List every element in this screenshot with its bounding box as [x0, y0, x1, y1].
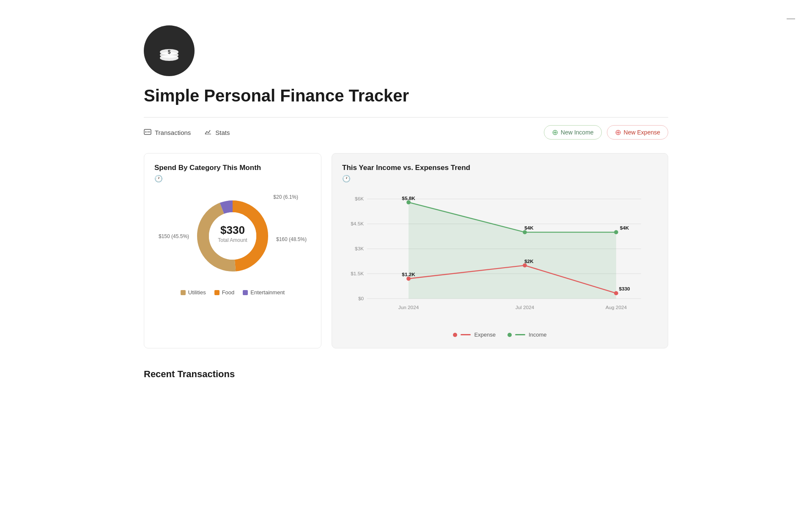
minimize-icon[interactable]: — — [787, 14, 795, 23]
donut-legend: Utilities Food Entertainment — [154, 289, 311, 296]
page-title: Simple Personal Finance Tracker — [144, 86, 668, 105]
svg-point-5 — [145, 131, 147, 132]
line-chart-container: $0 $1.5K $3K $4.5K $6K — [342, 189, 658, 326]
svg-text:$1.2K: $1.2K — [402, 271, 415, 277]
expense-legend-item: Expense — [453, 332, 496, 338]
svg-text:$330: $330 — [619, 286, 630, 292]
income-legend-item: Income — [508, 332, 547, 338]
expense-legend-circle — [453, 333, 457, 337]
new-income-plus-icon: ⊕ — [552, 129, 558, 136]
transactions-icon — [144, 128, 151, 137]
new-expense-plus-icon: ⊕ — [615, 129, 621, 136]
food-dot — [214, 290, 219, 295]
new-expense-button[interactable]: ⊕ New Expense — [607, 125, 668, 140]
entertainment-legend-label: Entertainment — [250, 289, 285, 296]
legend-food: Food — [214, 289, 235, 296]
utilities-legend-label: Utilities — [188, 289, 206, 296]
utilities-dot — [181, 290, 186, 295]
svg-point-37 — [614, 291, 618, 295]
stats-icon — [204, 128, 212, 137]
income-legend-circle — [508, 333, 512, 337]
svg-text:$6K: $6K — [355, 196, 364, 202]
svg-text:$3K: $3K — [355, 246, 364, 251]
svg-text:$4K: $4K — [620, 225, 629, 230]
svg-point-32 — [406, 200, 411, 205]
entertainment-dot — [243, 290, 248, 295]
line-chart-legend: Expense Income — [342, 332, 658, 338]
svg-text:Jul 2024: Jul 2024 — [516, 304, 535, 310]
svg-text:$0: $0 — [358, 296, 364, 301]
donut-chart-svg: $330 Total Amount — [190, 194, 275, 278]
transactions-label: Transactions — [155, 129, 191, 136]
food-label: $160 (48.5%) — [276, 236, 307, 242]
income-legend-label: Income — [529, 332, 547, 338]
toolbar: Transactions Stats ⊕ New Income ⊕ New Ex… — [144, 125, 668, 140]
svg-text:$: $ — [168, 49, 171, 55]
expense-legend-line — [461, 334, 471, 335]
toolbar-left: Transactions Stats — [144, 126, 530, 139]
toolbar-right: ⊕ New Income ⊕ New Expense — [544, 125, 668, 140]
recent-transactions-section: Recent Transactions — [144, 369, 668, 380]
food-legend-label: Food — [222, 289, 235, 296]
stats-label: Stats — [215, 129, 230, 136]
spend-chart-title: Spend By Category This Month — [154, 164, 311, 172]
svg-text:$4.5K: $4.5K — [351, 221, 364, 226]
line-chart-svg: $0 $1.5K $3K $4.5K $6K — [342, 189, 658, 325]
new-income-label: New Income — [561, 129, 594, 136]
svg-text:$2K: $2K — [524, 258, 534, 264]
clock-icon-2: 🕐 — [342, 175, 658, 183]
new-expense-label: New Expense — [624, 129, 660, 136]
svg-text:$4K: $4K — [524, 225, 534, 230]
svg-point-35 — [406, 277, 411, 281]
income-expense-card: This Year Income vs. Expenses Trend 🕐 $0… — [332, 153, 668, 348]
svg-text:Jun 2024: Jun 2024 — [398, 304, 419, 310]
stats-tab[interactable]: Stats — [204, 126, 230, 139]
spend-category-card: Spend By Category This Month 🕐 $150 (45.… — [144, 153, 321, 348]
svg-point-33 — [523, 230, 527, 234]
app-logo: $ — [144, 25, 195, 76]
svg-point-36 — [523, 263, 527, 268]
expense-legend-label: Expense — [474, 332, 496, 338]
legend-utilities: Utilities — [181, 289, 206, 296]
svg-text:$5.8K: $5.8K — [402, 195, 415, 201]
svg-text:Aug 2024: Aug 2024 — [606, 304, 627, 310]
svg-text:$330: $330 — [220, 224, 245, 236]
clock-icon: 🕐 — [154, 175, 311, 183]
charts-row: Spend By Category This Month 🕐 $150 (45.… — [144, 153, 668, 348]
divider — [144, 117, 668, 118]
entertainment-label: $20 (6.1%) — [273, 194, 298, 200]
income-expense-chart-title: This Year Income vs. Expenses Trend — [342, 164, 658, 172]
income-legend-line — [515, 334, 525, 335]
new-income-button[interactable]: ⊕ New Income — [544, 125, 602, 140]
transactions-tab[interactable]: Transactions — [144, 126, 191, 139]
legend-entertainment: Entertainment — [243, 289, 285, 296]
svg-text:Total Amount: Total Amount — [218, 237, 247, 243]
utilities-label: $150 (45.5%) — [159, 233, 189, 239]
recent-transactions-title: Recent Transactions — [144, 369, 668, 380]
svg-point-34 — [614, 230, 618, 234]
svg-text:$1.5K: $1.5K — [351, 271, 364, 276]
